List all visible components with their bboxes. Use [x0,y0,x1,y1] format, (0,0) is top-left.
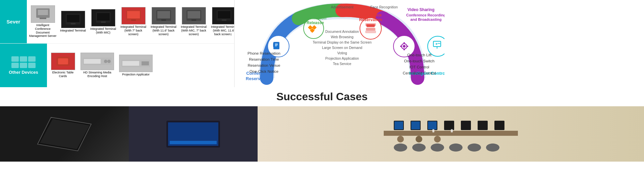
svg-rect-104 [494,121,504,130]
devices-row-bottom: Electronic Table Cards HD Streaming Medi… [47,44,234,87]
svg-rect-61 [407,46,408,47]
svg-rect-16 [187,11,200,18]
svg-text:Reservation Time: Reservation Time [249,57,279,61]
terminal-2-label: Integrated Terminal (With MIC) [89,27,117,35]
svg-rect-52 [367,24,375,27]
terminal-6-icon [212,7,234,24]
svg-point-115 [416,136,422,142]
svg-rect-8 [101,21,106,23]
svg-rect-41 [274,43,279,49]
svg-point-112 [468,143,481,152]
other-devices-box: Other Devices [0,44,47,87]
left-devices: Sever Intelligent Conference Document Ma… [0,0,235,87]
server-device-1-icon [31,5,55,23]
table-cards-icon [51,53,75,70]
svg-rect-59 [404,49,405,50]
other-icon-4 [11,63,19,68]
terminal-3: Integrated Terminal (With 7" back screen… [119,7,148,36]
other-icon-6 [28,63,36,68]
svg-text:Face Recognition: Face Recognition [370,5,398,9]
svg-rect-117 [432,129,434,132]
svg-point-57 [403,45,406,48]
terminal-1-label: Integrated Terminal [60,29,86,33]
svg-rect-33 [122,61,139,66]
svg-point-91 [436,43,437,45]
svg-rect-54 [365,31,376,33]
svg-text:Reservation Venue: Reservation Venue [248,63,280,67]
svg-text:Large Screen on Demand: Large Screen on Demand [322,46,362,50]
terminal-6-label: Integrated Terminal (With MIC, 11.6" bac… [210,25,234,36]
terminal-5-label: Integrated Terminal (With MIC, 7" back s… [179,25,208,36]
page-wrapper: Sever Intelligent Conference Document Ma… [0,0,644,162]
streaming-host-icon [80,53,114,70]
svg-text:and Broadcasting: and Broadcasting [411,17,442,21]
svg-rect-13 [157,11,170,18]
svg-text:One-Click Notice: One-Click Notice [250,69,278,73]
terminal-5: Integrated Terminal (With MIC, 7" back s… [179,7,208,36]
svg-text:Reservation: Reservation [359,17,382,22]
other-icon-2 [20,56,27,62]
svg-rect-103 [478,121,488,130]
terminal-2: Integrated Terminal (With MIC) [89,9,117,35]
server-device-1-label: Intelligent Conference Document Manageme… [29,23,57,38]
svg-point-116 [434,136,441,142]
streaming-host: HD Streaming Media Encoding Host [79,53,116,78]
svg-rect-102 [461,121,471,130]
svg-point-31 [107,60,111,63]
svg-text:One-touch Switch: One-touch Switch [404,59,435,63]
svg-rect-29 [84,59,101,64]
svg-text:Centralized Control: Centralized Control [403,71,436,75]
svg-rect-11 [131,19,136,21]
server-device-1: Intelligent Conference Document Manageme… [29,5,57,38]
svg-rect-17 [192,19,196,21]
terminal-1-icon [61,11,85,28]
svg-rect-14 [161,19,166,21]
server-label: Sever [0,0,27,43]
svg-text:Conference: Conference [360,13,382,17]
other-devices-row: Other Devices Electronic Table Cards HD … [0,44,234,87]
svg-point-30 [104,60,107,63]
svg-point-113 [486,143,499,152]
svg-rect-118 [451,129,453,132]
svg-rect-106 [411,121,420,129]
svg-point-109 [412,143,426,152]
svg-point-114 [397,136,404,142]
success-section: Successful Cases [0,87,644,162]
success-image-3 [258,106,644,162]
other-icon-3 [28,56,36,62]
projection-app: Projection Applicator [117,55,154,76]
other-devices-label: Other Devices [9,70,38,75]
svg-text:Phone Reservation: Phone Reservation [248,51,280,55]
svg-rect-27 [58,58,68,64]
svg-rect-96 [170,141,217,144]
svg-rect-58 [404,42,405,44]
svg-rect-34 [142,61,149,65]
svg-text:One-touch Lift: One-touch Lift [407,53,432,57]
svg-rect-7 [97,13,110,20]
svg-text:Releasse: Releasse [307,20,324,25]
svg-rect-53 [366,28,375,31]
svg-text:Advertisement: Advertisement [331,5,353,9]
terminal-2-icon [91,9,115,26]
svg-text:Tea Service: Tea Service [333,62,352,66]
other-icons-grid [11,56,36,68]
svg-point-111 [449,143,463,152]
top-section: Sever Intelligent Conference Document Ma… [0,0,644,87]
table-cards: Electronic Table Cards [49,53,77,78]
projection-app-icon [119,55,153,72]
svg-rect-60 [400,46,402,47]
svg-rect-1 [38,10,48,15]
terminal-6: Integrated Terminal (With MIC, 11.6" bac… [210,7,234,36]
svg-rect-2 [40,18,46,19]
svg-point-108 [394,143,407,152]
success-image-1 [0,106,129,162]
table-cards-label: Electronic Table Cards [49,71,77,78]
devices-row-top: Intelligent Conference Document Manageme… [27,0,234,43]
terminal-1: Integrated Terminal [59,11,87,33]
projection-app-label: Projection Applicator [122,73,150,76]
terminal-3-label: Integrated Terminal (With 7" back screen… [119,25,148,36]
other-icon-1 [11,56,19,62]
svg-rect-20 [222,19,226,21]
success-image-2 [129,106,258,162]
success-title: Successful Cases [0,91,644,103]
